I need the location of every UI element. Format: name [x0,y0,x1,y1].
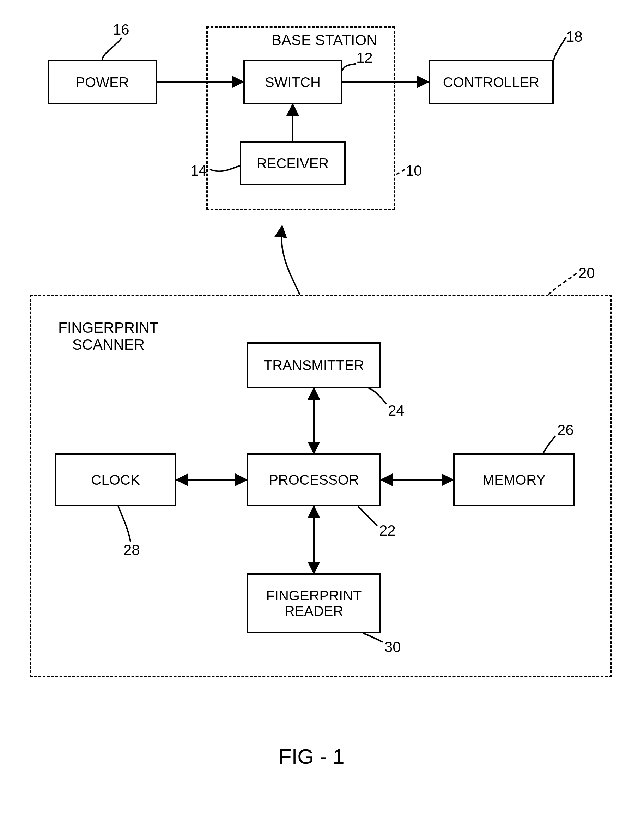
clock-text: CLOCK [91,472,140,488]
base-station-label: BASE STATION [271,32,377,49]
transmitter-text: TRANSMITTER [264,357,364,373]
controller-block: CONTROLLER [429,60,554,104]
ref-24: 24 [388,402,404,419]
ref-16: 16 [113,21,130,38]
memory-block: MEMORY [453,453,575,506]
power-block: POWER [48,60,157,104]
reader-block: FINGERPRINT READER [247,573,381,633]
ref-14: 14 [191,162,207,179]
switch-block: SWITCH [243,60,342,104]
receiver-text: RECEIVER [257,156,329,171]
power-text: POWER [76,74,129,90]
memory-text: MEMORY [483,472,545,488]
clock-block: CLOCK [55,453,176,506]
ref-20: 20 [578,265,595,281]
ref-30: 30 [384,638,401,656]
switch-text: SWITCH [265,74,320,90]
ref-22: 22 [379,522,396,539]
ref-18: 18 [566,28,583,45]
transmitter-block: TRANSMITTER [247,342,381,388]
processor-block: PROCESSOR [247,453,381,506]
scanner-group-label: FINGERPRINT SCANNER [58,319,159,353]
ref-26: 26 [557,422,574,439]
figure-label: FIG - 1 [279,744,345,769]
receiver-block: RECEIVER [240,141,346,185]
reader-text: FINGERPRINT READER [248,588,380,619]
controller-text: CONTROLLER [443,74,539,90]
diagram-canvas: BASE STATION POWER SWITCH CONTROLLER REC… [0,0,644,839]
ref-12: 12 [356,49,373,66]
ref-28: 28 [123,541,140,559]
processor-text: PROCESSOR [269,472,359,488]
ref-10: 10 [406,162,422,179]
